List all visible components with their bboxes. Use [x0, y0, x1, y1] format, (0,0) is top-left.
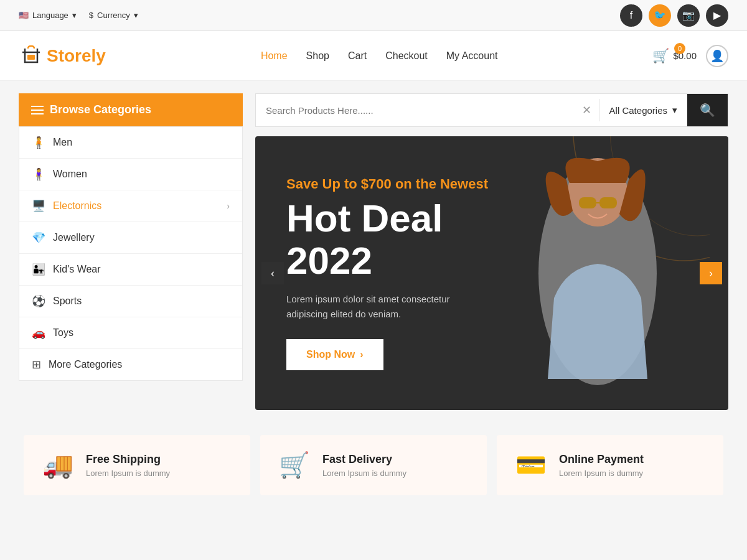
men-icon: 🧍 [32, 136, 45, 149]
hero-subtitle-pre: Save Up to [286, 176, 361, 192]
hero-next-button[interactable]: › [700, 262, 722, 284]
shop-now-label: Shop Now [306, 349, 355, 360]
feature-fast-delivery: 🛒 Fast Delivery Lorem Ipsum is dummy [260, 435, 487, 495]
sports-icon: ⚽ [32, 294, 45, 308]
category-item-more[interactable]: ⊞ More Categories [19, 349, 242, 380]
hero-subtitle: Save Up to $700 on the Newest [286, 176, 488, 192]
social-icons: f 🐦 📷 ▶ [620, 4, 728, 27]
youtube-icon[interactable]: ▶ [706, 4, 728, 27]
women-icon: 🧍‍♀️ [32, 167, 45, 181]
category-dropdown-label: All Categories [609, 105, 667, 116]
language-selector[interactable]: 🇺🇸 Language ▾ [19, 11, 77, 20]
header: Storely Home Shop Cart Checkout My Accou… [0, 31, 747, 81]
fast-delivery-desc: Lorem Ipsum is dummy [322, 469, 406, 478]
instagram-icon[interactable]: 📷 [677, 4, 700, 27]
feature-free-shipping: 🚚 Free Shipping Lorem Ipsum is dummy [24, 435, 250, 495]
category-item-jewellery[interactable]: 💎 Jewellery [19, 222, 242, 254]
browse-categories-label: Browse Categories [50, 103, 151, 116]
toys-icon: 🚗 [32, 326, 45, 340]
feature-online-payment: 💳 Online Payment Lorem Ipsum is dummy [497, 435, 723, 495]
main-nav: Home Shop Cart Checkout My Account [261, 50, 498, 62]
more-categories-icon: ⊞ [32, 358, 41, 371]
currency-chevron: ▾ [134, 11, 138, 20]
free-shipping-icon: 🚚 [42, 450, 73, 480]
top-bar: 🇺🇸 Language ▾ $ Currency ▾ f 🐦 📷 ▶ [0, 0, 747, 31]
category-dropdown-chevron: ▾ [672, 105, 677, 116]
cart-icon: 🛒 [652, 48, 669, 64]
category-item-men[interactable]: 🧍 Men [19, 127, 242, 159]
electronics-chevron: › [227, 201, 230, 211]
menu-lines-icon [31, 106, 44, 114]
search-button[interactable]: 🔍 [687, 94, 728, 126]
online-payment-icon: 💳 [515, 450, 547, 480]
main-content: Browse Categories 🧍 Men 🧍‍♀️ Women 🖥️ El… [0, 81, 747, 422]
fast-delivery-text: Fast Delivery Lorem Ipsum is dummy [322, 453, 406, 478]
hero-image [517, 136, 679, 410]
nav-my-account[interactable]: My Account [446, 50, 498, 62]
kids-wear-icon: 👨‍👧 [32, 263, 45, 276]
hero-description: Lorem ipsum dolor sit amet consecteturad… [286, 292, 488, 322]
category-label-electronics: Electornics [53, 200, 101, 212]
right-section: ✕ All Categories ▾ 🔍 [255, 93, 728, 410]
category-label-women: Women [53, 169, 87, 180]
nav-home[interactable]: Home [261, 50, 288, 62]
sidebar: Browse Categories 🧍 Men 🧍‍♀️ Women 🖥️ El… [19, 93, 243, 410]
shop-now-arrow: › [360, 349, 363, 360]
logo[interactable]: Storely [19, 44, 106, 68]
search-clear-button[interactable]: ✕ [575, 94, 599, 126]
category-item-women[interactable]: 🧍‍♀️ Women [19, 159, 242, 190]
jewellery-icon: 💎 [32, 231, 45, 245]
search-input[interactable] [256, 94, 575, 126]
free-shipping-text: Free Shipping Lorem Ipsum is dummy [86, 453, 170, 478]
category-item-kids-wear[interactable]: 👨‍👧 Kid's Wear [19, 254, 242, 286]
hero-woman-svg [517, 142, 679, 404]
category-item-electronics[interactable]: 🖥️ Electornics › [19, 190, 242, 222]
svg-rect-0 [27, 55, 35, 60]
svg-rect-5 [579, 197, 596, 208]
nav-cart[interactable]: Cart [348, 50, 367, 62]
browse-categories-header[interactable]: Browse Categories [19, 93, 243, 126]
cart-badge: 0 [674, 43, 685, 54]
user-account-icon[interactable]: 👤 [706, 45, 728, 67]
category-item-toys[interactable]: 🚗 Toys [19, 317, 242, 349]
features-bar: 🚚 Free Shipping Lorem Ipsum is dummy 🛒 F… [0, 435, 747, 508]
online-payment-text: Online Payment Lorem Ipsum is dummy [559, 453, 644, 478]
currency-selector[interactable]: $ Currency ▾ [89, 11, 138, 20]
free-shipping-desc: Lorem Ipsum is dummy [86, 469, 170, 478]
category-label-jewellery: Jewellery [53, 232, 95, 243]
free-shipping-title: Free Shipping [86, 453, 170, 466]
category-item-sports[interactable]: ⚽ Sports [19, 286, 242, 317]
shop-now-button[interactable]: Shop Now › [286, 339, 383, 370]
online-payment-desc: Lorem Ipsum is dummy [559, 469, 644, 478]
category-label-sports: Sports [53, 296, 82, 307]
hero-content: Save Up to $700 on the Newest Hot Deal20… [286, 176, 488, 370]
cart-button[interactable]: 0 🛒 $0.00 [652, 48, 697, 64]
category-label-toys: Toys [53, 327, 73, 338]
hero-prev-button[interactable]: ‹ [261, 262, 284, 284]
currency-label: Currency [97, 11, 130, 20]
hero-amount: $700 [361, 176, 392, 192]
currency-symbol-icon: $ [89, 11, 93, 20]
hero-subtitle-post: on the Newest [392, 176, 488, 192]
language-label: Language [32, 11, 68, 20]
twitter-icon[interactable]: 🐦 [649, 4, 671, 27]
svg-rect-6 [599, 197, 617, 208]
logo-text: Storely [47, 46, 106, 66]
category-label-men: Men [53, 137, 72, 148]
nav-shop[interactable]: Shop [306, 50, 329, 62]
fast-delivery-title: Fast Delivery [322, 453, 406, 466]
category-list: 🧍 Men 🧍‍♀️ Women 🖥️ Electornics › [19, 126, 243, 381]
category-dropdown[interactable]: All Categories ▾ [599, 94, 687, 126]
online-payment-title: Online Payment [559, 453, 644, 466]
top-bar-left: 🇺🇸 Language ▾ $ Currency ▾ [19, 11, 138, 20]
language-chevron: ▾ [72, 11, 77, 20]
flag-icon: 🇺🇸 [19, 11, 29, 20]
hero-banner: Save Up to $700 on the Newest Hot Deal20… [255, 136, 728, 410]
header-right: 0 🛒 $0.00 👤 [652, 45, 728, 67]
hero-title: Hot Deal2022 [286, 197, 488, 282]
facebook-icon[interactable]: f [620, 4, 642, 27]
category-label-more: More Categories [49, 359, 122, 370]
electronics-icon: 🖥️ [32, 199, 45, 213]
nav-checkout[interactable]: Checkout [385, 50, 428, 62]
search-bar: ✕ All Categories ▾ 🔍 [255, 93, 728, 127]
